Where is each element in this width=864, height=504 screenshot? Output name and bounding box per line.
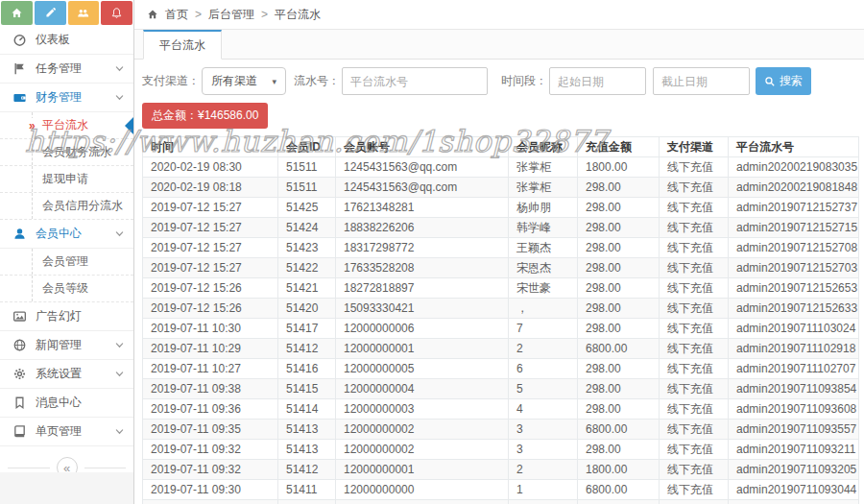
sidebar-item[interactable]: 单页管理 — [0, 418, 133, 446]
table-cell: 6800.00 — [578, 420, 660, 440]
table-cell: 2020-02-19 08:30 — [143, 157, 278, 178]
table-cell: admin20190712152715 — [729, 218, 859, 238]
table-cell: 12000000006 — [336, 319, 509, 339]
user-icon — [12, 227, 27, 241]
chevron-down-icon — [114, 228, 125, 239]
table-cell: 线下充值 — [660, 379, 729, 399]
table-cell: 1 — [509, 480, 578, 500]
table-cell: 51420 — [278, 299, 336, 319]
table-cell: 7 — [509, 319, 578, 339]
channel-select-value: 所有渠道 — [211, 73, 257, 89]
sidebar-subitem[interactable]: 提现申请 — [0, 166, 133, 193]
search-button[interactable]: 搜索 — [756, 67, 811, 95]
filter-bar: 支付渠道： 所有渠道 ▾ 流水号： 时间段： 搜索 — [142, 67, 856, 95]
table-cell: admin20200219083035 — [729, 157, 859, 178]
sidebar-item[interactable]: 仪表板 — [0, 26, 133, 55]
channel-filter-label: 支付渠道： — [142, 73, 200, 89]
table-cell: 线下充值 — [660, 420, 729, 440]
table-cell: 2019-07-11 09:35 — [143, 420, 278, 440]
table-cell: admin20190712152737 — [729, 198, 859, 218]
table-cell: 12000000000 — [336, 480, 509, 500]
sidebar-item-label: 系统设置 — [36, 366, 82, 382]
sidebar-item[interactable]: 广告幻灯 — [0, 302, 133, 331]
sidebar-item[interactable]: 系统设置 — [0, 360, 133, 389]
group-icon — [77, 7, 89, 19]
sidebar-subitem[interactable]: 会员财务流水 — [0, 139, 133, 166]
home-button[interactable] — [1, 1, 33, 25]
table-cell: 51417 — [278, 319, 336, 339]
chevron-down-icon — [114, 426, 125, 437]
image-icon — [12, 309, 27, 324]
sidebar-subitem[interactable]: 会员等级 — [0, 276, 133, 302]
main-area: 首页 > 后台管理 > 平台流水 平台流水 支付渠道： 所有渠道 ▾ 流水号： … — [134, 0, 864, 504]
table-cell: 298.00 — [578, 319, 660, 339]
table-cell: 298.00 — [578, 238, 660, 258]
table-cell: 5 — [509, 379, 578, 399]
home-icon — [147, 9, 158, 20]
table-cell: 51411 — [278, 480, 336, 500]
table-cell: 2019-07-11 10:30 — [143, 319, 278, 339]
table-cell: 12000000002 — [336, 420, 509, 440]
pencil-button[interactable] — [35, 1, 66, 25]
table-cell: 6800.00 — [578, 339, 660, 359]
sidebar-item[interactable]: 新闻管理 — [0, 331, 133, 360]
table-cell: 2019-07-11 09:30 — [143, 480, 278, 500]
sidebar-item-label: 会员财务流水 — [42, 144, 111, 160]
book-icon — [12, 424, 27, 439]
bell-button[interactable] — [101, 1, 132, 25]
group-button[interactable] — [68, 1, 100, 25]
content: 支付渠道： 所有渠道 ▾ 流水号： 时间段： 搜索 总金额：¥146586.00… — [134, 60, 864, 504]
table-cell: 1245431563@qq.com — [336, 157, 509, 178]
sidebar-item[interactable]: 财务管理 — [0, 84, 133, 112]
table-row: 2019-07-11 09:3851415120000000045298.00线… — [143, 379, 859, 399]
sidebar-subitem[interactable]: »平台流水 — [0, 112, 133, 139]
table-row: 2019-07-12 15:275142418838226206韩学峰298.0… — [143, 218, 859, 238]
table-cell: 298.00 — [578, 500, 660, 504]
sidebar-subitem[interactable]: 会员管理 — [0, 249, 133, 276]
table-cell: 线下充值 — [660, 278, 729, 299]
breadcrumb-item-backend[interactable]: 后台管理 — [208, 7, 254, 23]
sidebar-subitem[interactable]: 会员信用分流水 — [0, 193, 133, 220]
table-cell: 51413 — [278, 440, 336, 460]
table-cell: 12000000004 — [336, 379, 509, 399]
tab-platform-flow[interactable]: 平台流水 — [143, 30, 222, 60]
divider — [84, 468, 127, 468]
table-cell: admin20190711093211 — [729, 440, 859, 460]
sidebar-item-label: 广告幻灯 — [36, 308, 82, 324]
admin-page: { "topbar": { "buttons": [ {"icon": "hom… — [0, 0, 864, 504]
column-header: 平台流水号 — [729, 137, 859, 157]
sidebar-item[interactable]: 消息中心 — [0, 389, 133, 418]
active-arrow-icon — [125, 117, 133, 134]
table-cell: 线下充值 — [660, 238, 729, 258]
table-cell: 51412 — [278, 339, 336, 359]
table-row: 2019-07-11 09:3051412120000000012298.00线… — [143, 500, 859, 504]
table-cell: 线下充值 — [660, 319, 729, 339]
sidebar-item[interactable]: 任务管理 — [0, 55, 133, 84]
active-marker: » — [27, 118, 37, 133]
sidebar-filler — [0, 472, 133, 504]
sidebar-item[interactable]: 会员中心 — [0, 220, 133, 249]
table-cell: 线下充值 — [660, 258, 729, 278]
column-header: 会员账号 — [336, 137, 509, 157]
flow-number-input[interactable] — [342, 67, 488, 95]
table-cell: 51425 — [278, 198, 336, 218]
sidebar-item-label: 提现申请 — [42, 171, 88, 187]
sidebar: 仪表板任务管理财务管理»平台流水会员财务流水提现申请会员信用分流水会员中心会员管… — [0, 0, 134, 504]
start-date-input[interactable] — [549, 67, 646, 95]
time-range-label: 时间段： — [501, 73, 547, 89]
sidebar-menu: 仪表板任务管理财务管理»平台流水会员财务流水提现申请会员信用分流水会员中心会员管… — [0, 26, 133, 446]
bell-icon — [110, 7, 123, 19]
channel-select[interactable]: 所有渠道 ▾ — [202, 67, 286, 95]
table-row: 2019-07-11 09:3251413120000000023298.00线… — [143, 440, 859, 460]
breadcrumb-separator: > — [261, 8, 268, 21]
table-row: 2019-07-11 09:35514131200000000236800.00… — [143, 420, 859, 440]
table-cell: 线下充值 — [660, 460, 729, 480]
table-cell: 2019-07-11 09:30 — [143, 500, 278, 504]
table-cell: admin20190712152633 — [729, 299, 859, 319]
end-date-input[interactable] — [653, 67, 750, 95]
chevron-down-icon — [114, 340, 125, 350]
table-cell: 298.00 — [578, 379, 660, 399]
breadcrumb-item-home[interactable]: 首页 — [165, 7, 188, 23]
table-cell: 2019-07-12 15:27 — [143, 238, 278, 258]
flow-table: 时间会员ID会员账号会员昵称充值金额支付渠道平台流水号 2020-02-19 0… — [142, 136, 859, 504]
